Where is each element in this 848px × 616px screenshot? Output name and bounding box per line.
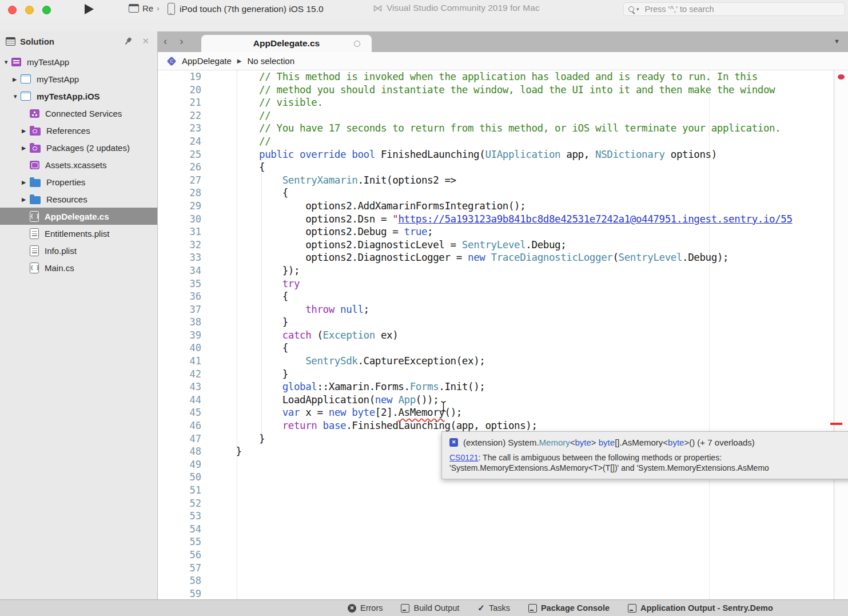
code-line-19[interactable]: 19 // This method is invoked when the ap… xyxy=(158,70,848,84)
line-number[interactable]: 21 xyxy=(158,96,201,109)
code-line-41[interactable]: 41 SentrySdk.CaptureException(ex); xyxy=(158,355,848,368)
chevron-down-icon[interactable]: ▼ xyxy=(3,59,11,65)
statusbar-application-output-sentry-demo-button[interactable]: Application Output - Sentry.Demo xyxy=(628,603,773,613)
code-line-57[interactable]: 57 xyxy=(158,562,848,575)
navigate-back-button[interactable]: ‹ xyxy=(164,34,167,48)
line-number[interactable]: 32 xyxy=(158,239,201,252)
statusbar-package-console-button[interactable]: Package Console xyxy=(528,603,610,613)
pin-icon[interactable] xyxy=(122,35,134,47)
code-line-37[interactable]: 37 throw null; xyxy=(158,303,848,316)
sidebar-item-mytestapp[interactable]: ▼myTestApp xyxy=(0,53,157,70)
line-number[interactable]: 33 xyxy=(158,251,201,264)
statusbar-build-output-button[interactable]: Build Output xyxy=(401,603,459,613)
line-number[interactable]: 46 xyxy=(158,419,201,432)
line-number[interactable]: 45 xyxy=(158,406,201,419)
line-number[interactable]: 22 xyxy=(158,109,201,122)
code-line-24[interactable]: 24 // xyxy=(158,135,848,148)
code-line-21[interactable]: 21 // visible. xyxy=(158,96,848,109)
code-line-23[interactable]: 23 // You have 17 seconds to return from… xyxy=(158,122,848,135)
sidebar-item-connected-services[interactable]: Connected Services xyxy=(0,105,157,122)
sidebar-item-mytestapp-ios[interactable]: ▼myTestApp.iOS xyxy=(0,88,157,105)
code-line-35[interactable]: 35 try xyxy=(158,277,848,291)
statusbar-tasks-button[interactable]: ✓Tasks xyxy=(477,603,510,613)
line-number[interactable]: 29 xyxy=(158,200,201,213)
tab-appdelegate[interactable]: AppDelegate.cs xyxy=(201,35,372,52)
line-number[interactable]: 55 xyxy=(158,535,201,549)
line-number[interactable]: 41 xyxy=(158,355,201,368)
statusbar-errors-button[interactable]: ✕Errors xyxy=(348,603,383,613)
line-number[interactable]: 58 xyxy=(158,574,201,587)
minimize-window-button[interactable] xyxy=(25,6,34,14)
line-number[interactable]: 50 xyxy=(158,471,201,484)
code-line-54[interactable]: 54 xyxy=(158,523,848,536)
build-configuration-selector[interactable]: Re › xyxy=(129,3,160,13)
code-line-46[interactable]: 46 return base.FinishedLaunching(app, op… xyxy=(158,419,848,432)
code-line-20[interactable]: 20 // method you should instantiate the … xyxy=(158,84,848,97)
chevron-right-icon[interactable]: ▶ xyxy=(22,145,30,151)
code-line-55[interactable]: 55 xyxy=(158,535,848,549)
zoom-window-button[interactable] xyxy=(42,6,51,14)
line-number[interactable]: 19 xyxy=(158,70,201,84)
code-line-42[interactable]: 42 } xyxy=(158,368,848,381)
search-scope-chevron-icon[interactable]: ▾ xyxy=(636,6,639,12)
breadcrumb-selection[interactable]: No selection xyxy=(247,56,294,66)
line-number[interactable]: 27 xyxy=(158,174,201,187)
code-line-33[interactable]: 33 options2.DiagnosticLogger = new Trace… xyxy=(158,251,848,264)
code-line-39[interactable]: 39 catch (Exception ex) xyxy=(158,329,848,342)
line-number[interactable]: 56 xyxy=(158,549,201,562)
code-line-56[interactable]: 56 xyxy=(158,549,848,562)
code-line-29[interactable]: 29 options2.AddXamarinFormsIntegration()… xyxy=(158,200,848,213)
code-editor[interactable]: 19 // This method is invoked when the ap… xyxy=(158,70,848,599)
code-line-45[interactable]: 45 var x = new byte[2].AsMemory(); xyxy=(158,406,848,419)
line-number[interactable]: 52 xyxy=(158,497,201,510)
sidebar-item-main-cs[interactable]: Main.cs xyxy=(0,259,157,276)
code-line-53[interactable]: 53 xyxy=(158,510,848,523)
chevron-right-icon[interactable]: ▶ xyxy=(22,196,30,202)
search-input[interactable] xyxy=(644,4,840,14)
code-line-22[interactable]: 22 // xyxy=(158,109,848,122)
code-line-31[interactable]: 31 options2.Debug = true; xyxy=(158,225,848,239)
line-number[interactable]: 59 xyxy=(158,587,201,599)
line-number[interactable]: 39 xyxy=(158,329,201,342)
code-line-59[interactable]: 59 xyxy=(158,587,848,599)
line-number[interactable]: 47 xyxy=(158,432,201,446)
code-line-40[interactable]: 40 { xyxy=(158,341,848,355)
line-number[interactable]: 53 xyxy=(158,510,201,523)
code-line-38[interactable]: 38 } xyxy=(158,316,848,329)
line-number[interactable]: 49 xyxy=(158,458,201,471)
line-number[interactable]: 51 xyxy=(158,484,201,497)
code-line-26[interactable]: 26 { xyxy=(158,161,848,174)
line-number[interactable]: 54 xyxy=(158,523,201,536)
chevron-down-icon[interactable]: ▼ xyxy=(13,93,21,100)
line-number[interactable]: 57 xyxy=(158,562,201,575)
code-line-44[interactable]: 44 LoadApplication(new App()); xyxy=(158,394,848,407)
sidebar-item-resources[interactable]: ▶Resources xyxy=(0,190,157,208)
code-line-34[interactable]: 34 }); xyxy=(158,264,848,277)
line-number[interactable]: 43 xyxy=(158,380,201,394)
code-line-25[interactable]: 25 public override bool FinishedLaunchin… xyxy=(158,148,848,161)
navigate-forward-button[interactable]: › xyxy=(180,34,183,48)
line-number[interactable]: 24 xyxy=(158,135,201,148)
sidebar-item-mytestapp[interactable]: ▶myTestApp xyxy=(0,70,157,88)
device-selector[interactable]: iPod touch (7th generation) iOS 15.0 xyxy=(168,3,324,15)
line-number[interactable]: 28 xyxy=(158,186,201,200)
line-number[interactable]: 20 xyxy=(158,84,201,97)
line-number[interactable]: 42 xyxy=(158,368,201,381)
chevron-right-icon[interactable]: ▶ xyxy=(22,179,30,185)
chevron-right-icon[interactable]: ▶ xyxy=(13,76,21,82)
error-marker-icon[interactable] xyxy=(838,74,845,80)
code-line-36[interactable]: 36 { xyxy=(158,290,848,303)
code-line-52[interactable]: 52 xyxy=(158,497,848,510)
close-window-button[interactable] xyxy=(8,6,17,14)
code-line-27[interactable]: 27 SentryXamarin.Init(options2 => xyxy=(158,174,848,187)
code-line-43[interactable]: 43 global::Xamarin.Forms.Forms.Init(); xyxy=(158,380,848,394)
global-search-field[interactable]: ▾ xyxy=(623,2,845,16)
line-number[interactable]: 35 xyxy=(158,277,201,291)
line-number[interactable]: 40 xyxy=(158,341,201,355)
sidebar-item-appdelegate-cs[interactable]: AppDelegate.cs xyxy=(0,208,157,225)
breadcrumb-class[interactable]: AppDelegate xyxy=(182,56,232,66)
tab-overflow-chevron-icon[interactable]: ▼ xyxy=(834,38,840,45)
line-number[interactable]: 36 xyxy=(158,290,201,303)
line-number[interactable]: 23 xyxy=(158,122,201,135)
code-line-32[interactable]: 32 options2.DiagnosticLevel = SentryLeve… xyxy=(158,239,848,252)
